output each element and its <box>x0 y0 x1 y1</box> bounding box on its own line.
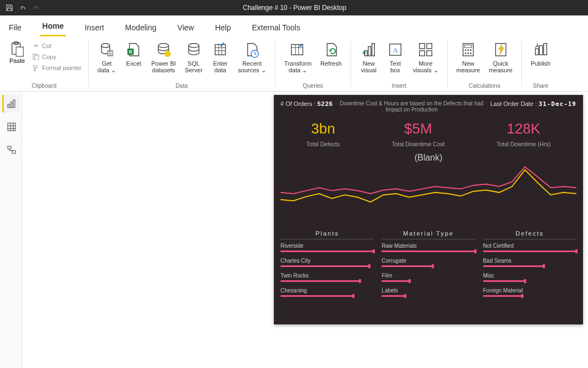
line-chart <box>280 164 576 225</box>
text-box-icon: A <box>386 41 404 58</box>
copy-button[interactable]: Copy <box>30 52 84 62</box>
get-data-icon <box>98 41 115 58</box>
material-list: Material Type Raw MaterialsCorrugateFilm… <box>382 230 475 302</box>
svg-rect-2 <box>16 47 23 56</box>
svg-point-5 <box>102 44 110 48</box>
new-measure-button[interactable]: New measure <box>452 39 485 76</box>
svg-point-8 <box>158 44 169 48</box>
last-order-date: Last Order Date : 31-Dec-19 <box>490 100 576 108</box>
svg-rect-34 <box>544 44 547 55</box>
kpi-downtime-hrs: 128KTotal Downtime (Hrs) <box>496 120 550 147</box>
orders-count: # Of Orders : 5226 <box>280 100 333 107</box>
chart-title: (Blank) <box>280 153 576 163</box>
svg-point-30 <box>470 52 472 54</box>
cut-icon: ✂ <box>32 42 40 50</box>
group-label-queries: Queries <box>303 82 323 90</box>
get-data-button[interactable]: Get data ⌄ <box>93 39 120 76</box>
list-item[interactable]: Twin Rocks <box>280 273 374 282</box>
cut-button[interactable]: ✂Cut <box>30 41 84 51</box>
group-clipboard: Paste ✂Cut Copy Format painter Clipboard <box>0 36 88 91</box>
group-insert: New visual AText box More visuals ⌄ Inse… <box>351 36 447 91</box>
tab-modeling[interactable]: Modeling <box>123 19 158 36</box>
tab-file[interactable]: File <box>7 19 24 36</box>
pbi-datasets-button[interactable]: Power BI datasets <box>147 39 181 76</box>
enter-data-icon <box>211 41 229 58</box>
tab-view[interactable]: View <box>175 19 196 36</box>
quick-measure-button[interactable]: Quick measure <box>484 39 517 76</box>
transform-data-button[interactable]: Transform data ⌄ <box>280 39 316 76</box>
svg-point-29 <box>468 52 469 54</box>
sql-server-button[interactable]: SQL Server <box>181 39 207 76</box>
list-item[interactable]: Chesaning <box>280 287 374 297</box>
svg-point-26 <box>468 50 469 51</box>
svg-point-28 <box>465 52 467 54</box>
svg-rect-40 <box>12 151 15 153</box>
new-measure-icon <box>459 41 477 58</box>
sql-icon <box>185 41 203 58</box>
list-item[interactable]: Charles City <box>280 258 374 267</box>
svg-rect-11 <box>215 45 226 55</box>
recent-sources-button[interactable]: Recent sources ⌄ <box>234 39 271 76</box>
titlebar: Challenge # 10 - Power BI Desktop <box>0 0 588 15</box>
list-item[interactable]: Misc <box>483 273 576 282</box>
group-data: Get data ⌄ Excel Power BI datasets SQL S… <box>89 36 275 91</box>
list-item[interactable]: Raw Materials <box>382 243 475 252</box>
paste-icon[interactable] <box>9 41 25 57</box>
new-visual-icon <box>360 41 378 58</box>
list-item[interactable]: Riverside <box>280 243 374 252</box>
tab-insert[interactable]: Insert <box>82 19 106 36</box>
group-label-data: Data <box>176 82 188 90</box>
svg-rect-24 <box>464 45 472 48</box>
plants-list: Plants RiversideCharles CityTwin RocksCh… <box>280 230 374 302</box>
more-visuals-icon <box>417 41 435 58</box>
svg-text:A: A <box>393 46 398 54</box>
group-label-calc: Calculations <box>469 82 500 90</box>
tab-external-tools[interactable]: External Tools <box>250 19 303 36</box>
svg-rect-4 <box>35 55 39 60</box>
excel-button[interactable]: Excel <box>120 39 147 69</box>
format-painter-icon <box>32 64 40 72</box>
undo-icon[interactable] <box>19 4 27 12</box>
list-item[interactable]: Bad Seams <box>483 258 576 267</box>
list-item[interactable]: Foreign Material <box>483 287 576 297</box>
report-canvas[interactable]: # Of Orders : 5226 Downtime Cost & Hours… <box>22 92 588 368</box>
kpi-total-defects: 3bnTotal Defects <box>306 120 340 147</box>
text-box-button[interactable]: AText box <box>382 39 409 76</box>
svg-rect-37 <box>13 100 15 108</box>
list-item[interactable]: Film <box>382 273 475 282</box>
dashboard-visual[interactable]: # Of Orders : 5226 Downtime Cost & Hours… <box>274 95 583 324</box>
enter-data-button[interactable]: Enter data <box>207 39 234 76</box>
svg-rect-39 <box>8 146 11 149</box>
list-item[interactable]: Labels <box>382 287 475 297</box>
svg-rect-21 <box>419 51 424 56</box>
format-painter-button[interactable]: Format painter <box>30 63 84 73</box>
group-label-clipboard: Clipboard <box>31 82 56 90</box>
svg-rect-16 <box>372 44 375 56</box>
svg-rect-22 <box>427 51 432 56</box>
svg-point-25 <box>465 50 467 51</box>
publish-icon <box>532 41 549 58</box>
list-item[interactable]: Corrugate <box>382 258 475 267</box>
data-view-button[interactable] <box>2 118 20 136</box>
tab-help[interactable]: Help <box>213 19 233 36</box>
list-item[interactable]: Not Certified <box>483 243 576 252</box>
new-visual-button[interactable]: New visual <box>356 39 382 76</box>
quick-measure-icon <box>492 41 510 58</box>
excel-icon <box>125 41 142 58</box>
refresh-button[interactable]: Refresh <box>316 39 346 69</box>
publish-button[interactable]: Publish <box>526 39 555 69</box>
transform-icon <box>289 41 306 58</box>
group-queries: Transform data ⌄ Refresh Queries <box>276 36 351 91</box>
more-visuals-button[interactable]: More visuals ⌄ <box>409 39 443 76</box>
tab-home[interactable]: Home <box>40 17 66 36</box>
group-label-share: Share <box>533 82 548 90</box>
redo-icon[interactable] <box>32 4 40 12</box>
model-view-button[interactable] <box>2 141 20 159</box>
group-label-insert: Insert <box>392 82 406 90</box>
kpi-downtime-cost: $5MTotal Downtime Cost <box>391 120 444 147</box>
report-view-button[interactable] <box>2 95 20 113</box>
menu-tabs: File Home Insert Modeling View Help Exte… <box>0 15 588 36</box>
svg-point-27 <box>470 50 472 51</box>
paste-label[interactable]: Paste <box>9 57 25 64</box>
save-icon[interactable] <box>6 4 13 12</box>
